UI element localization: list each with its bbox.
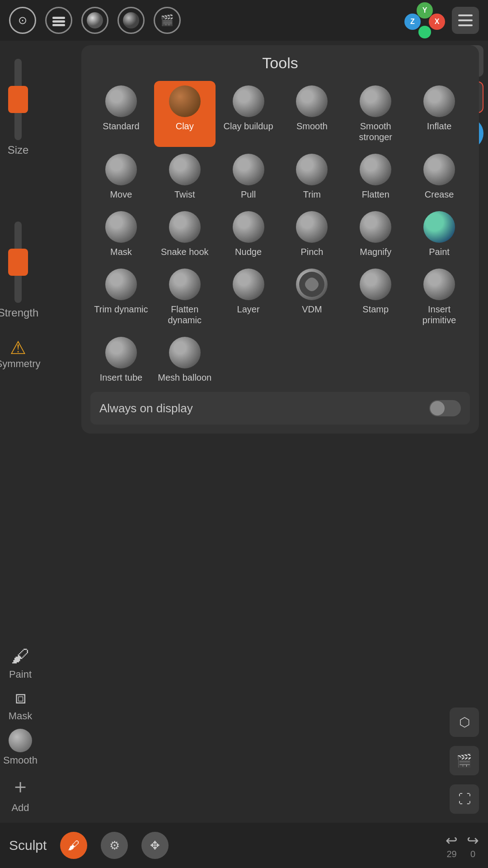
tool-ball-magnify [360,211,391,243]
tool-ball-clay-buildup [233,85,264,117]
tool-name-magnify: Magnify [360,246,391,257]
bottom-right-controls: ↩ 29 ↪ 0 [446,832,479,859]
tool-item-trim-dynamic[interactable]: Trim dynamic [90,264,152,330]
tool-name-crease: Crease [425,189,454,200]
tool-item-nudge[interactable]: Nudge [218,207,279,262]
strength-label: Strength [0,307,38,319]
tool-item-crease[interactable]: Crease [408,149,470,204]
smooth-tool-label: Smooth [3,755,38,766]
top-bar: ⊙ [0,0,488,41]
tool-name-clay: Clay [176,121,194,132]
bottom-right-floating: ⬡ 🎬 ⛶ [450,708,479,814]
tool-item-pull[interactable]: Pull [218,149,279,204]
tool-name-trim: Trim [303,189,321,200]
axis-x[interactable]: X [429,14,445,30]
size-label: Size [8,144,29,156]
camera-button[interactable]: 🎬 [154,7,181,34]
tool-item-clay-buildup[interactable]: Clay buildup [218,81,279,147]
tool-ball-twist [169,154,201,185]
size-slider[interactable]: Size [8,59,29,156]
paint-tool-label: Paint [9,669,32,680]
undo-button[interactable]: ↩ [446,832,458,849]
primitives-button[interactable]: ⬡ [450,708,479,737]
bottom-bar: Sculpt 🖌 ⚙ ✥ ↩ 29 ↪ 0 [0,823,488,868]
tool-item-layer[interactable]: Layer [218,264,279,330]
redo-group: ↪ 0 [467,832,479,859]
tool-name-flatten-dynamic: Flatten dynamic [156,304,213,326]
redo-button[interactable]: ↪ [467,832,479,849]
tools-popup-title: Tools [90,54,470,72]
tool-item-stamp[interactable]: Stamp [345,264,406,330]
strength-slider-thumb[interactable] [8,249,28,276]
hamburger-line-1 [458,14,473,16]
tool-item-smooth[interactable]: Smooth [281,81,343,147]
symmetry-button[interactable]: ⚠ Symmetry [0,337,41,370]
svg-rect-0 [52,17,65,19]
paint-tool-button[interactable]: 🖌 Paint [9,646,32,680]
tool-item-smooth-stronger[interactable]: Smooth stronger [345,81,406,147]
tool-ball-insert-tube [105,337,137,368]
sphere-button[interactable] [117,7,145,34]
tool-ball-nudge [233,211,264,243]
menu-button[interactable] [452,7,479,34]
tool-ball-flatten [360,154,391,185]
always-on-toggle[interactable] [429,400,461,416]
axis-green-dot[interactable] [418,26,431,38]
tool-item-pinch[interactable]: Pinch [281,207,343,262]
strength-slider[interactable]: Strength [0,222,38,319]
tool-name-pull: Pull [241,189,256,200]
tool-name-smooth: Smooth [296,121,328,132]
tool-item-mask[interactable]: Mask [90,207,152,262]
move-tool-button[interactable]: ✥ [141,832,169,859]
tool-name-mask: Mask [110,246,132,257]
svg-point-5 [123,12,139,28]
camera-record-button[interactable]: 🎬 [450,746,479,775]
tool-item-flatten-dynamic[interactable]: Flatten dynamic [154,264,216,330]
tool-name-move: Move [110,189,132,200]
fullscreen-button[interactable]: ⛶ [450,784,479,814]
tool-item-vdm[interactable]: VDM [281,264,343,330]
tool-item-standard[interactable]: Standard [90,81,152,147]
mask-tool-label: Mask [9,710,33,722]
tool-item-trim[interactable]: Trim [281,149,343,204]
settings-tool-button[interactable]: ⚙ [101,832,128,859]
tool-name-insert-tube: Insert tube [100,372,143,383]
tool-name-snake-hook: Snake hook [161,246,209,257]
tool-ball-pull [233,154,264,185]
tool-item-move[interactable]: Move [90,149,152,204]
layers-button[interactable] [45,7,72,34]
brush-tool-button[interactable]: 🖌 [60,832,87,859]
tool-ball-flatten-dynamic [169,269,201,300]
svg-rect-2 [52,24,65,26]
tool-name-nudge: Nudge [235,246,262,257]
tool-item-insert-tube[interactable]: Insert tube [90,332,152,387]
tool-item-twist[interactable]: Twist [154,149,216,204]
tool-item-mesh-balloon[interactable]: Mesh balloon [154,332,216,387]
materials-button[interactable] [81,7,108,34]
tool-item-flatten[interactable]: Flatten [345,149,406,204]
hamburger-line-2 [458,19,473,21]
tool-ball-snake-hook [169,211,201,243]
record-button[interactable]: ⊙ [9,7,36,34]
tool-item-inflate[interactable]: Inflate [408,81,470,147]
svg-point-4 [87,12,103,28]
size-slider-thumb[interactable] [8,86,28,113]
tool-item-paint[interactable]: Paint [408,207,470,262]
smooth-tool-button[interactable]: Smooth [3,729,38,766]
tool-name-mesh-balloon: Mesh balloon [158,372,211,383]
tool-ball-pinch [296,211,328,243]
undo-count: 29 [446,849,456,859]
tool-item-magnify[interactable]: Magnify [345,207,406,262]
tool-name-clay-buildup: Clay buildup [224,121,273,132]
tool-item-insert-primitive[interactable]: Insert primitive [408,264,470,330]
tool-item-clay[interactable]: Clay [154,81,216,147]
axis-z[interactable]: Z [404,14,421,30]
sculpt-label: Sculpt [9,838,47,853]
add-button[interactable]: ＋ Add [10,773,30,814]
mask-tool-button[interactable]: ⧈ Mask [9,687,33,722]
always-on-label: Always on display [99,401,193,415]
tool-name-twist: Twist [174,189,195,200]
tool-ball-insert-primitive [423,269,455,300]
axis-group: Y Z X [402,0,447,41]
tool-item-snake-hook[interactable]: Snake hook [154,207,216,262]
